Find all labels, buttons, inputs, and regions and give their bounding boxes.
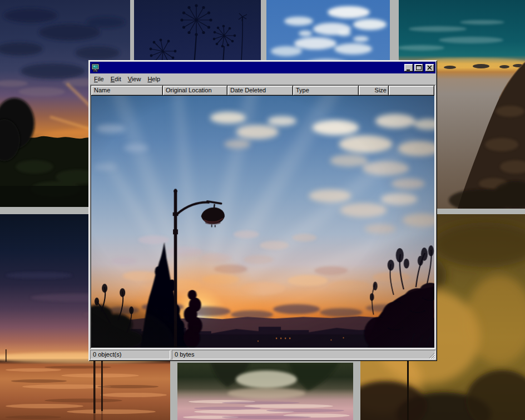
main-photo-sunset-lamp [91,96,434,348]
desktop: File Edit View Help Name Original Locati… [0,0,525,420]
statusbar: 0 object(s) 0 bytes [90,350,435,359]
file-list-view: Name Original Location Date Deleted Type… [90,85,435,349]
computer-icon [91,63,100,72]
maximize-icon [414,64,423,72]
column-header-name[interactable]: Name [91,86,163,96]
column-header-date-deleted[interactable]: Date Deleted [227,86,293,96]
column-header-row: Name Original Location Date Deleted Type… [91,86,434,96]
recycle-bin-window: File Edit View Help Name Original Locati… [88,60,437,361]
menubar: File Edit View Help [90,73,435,85]
status-byte-count: 0 bytes [172,350,435,359]
window-titlebar[interactable] [90,62,435,73]
menu-file[interactable]: File [91,75,107,83]
close-button[interactable] [425,64,434,72]
column-header-size[interactable]: Size [359,86,389,96]
close-icon [425,64,434,72]
background-photo-reflection [177,363,353,420]
column-header-original-location[interactable]: Original Location [163,86,227,96]
minimize-icon [404,64,413,72]
menu-view[interactable]: View [125,75,145,83]
status-object-count: 0 object(s) [90,350,170,359]
maximize-button[interactable] [414,64,423,72]
menu-help[interactable]: Help [144,75,164,83]
minimize-button[interactable] [404,64,413,72]
resize-grip[interactable] [428,352,435,359]
column-header-filler [389,86,434,96]
menu-edit[interactable]: Edit [107,75,125,83]
column-header-type[interactable]: Type [293,86,359,96]
